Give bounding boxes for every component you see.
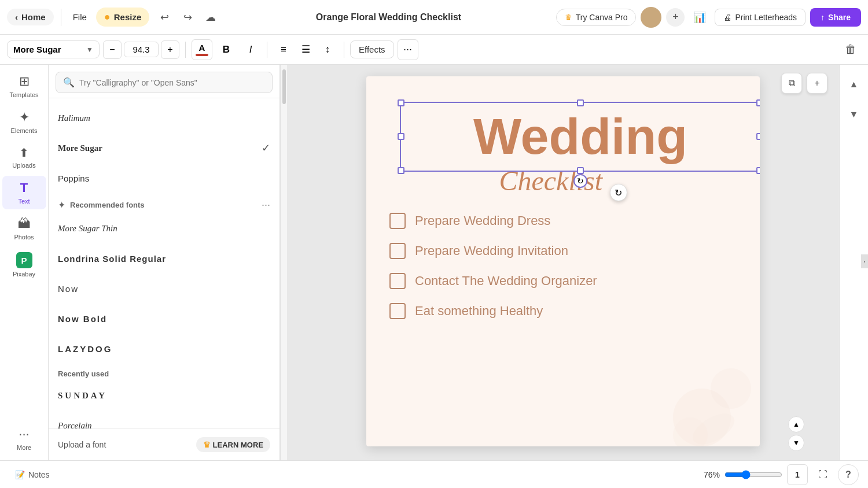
analytics-button[interactable]: 📊 [689, 7, 710, 28]
effects-button[interactable]: Effects [350, 40, 394, 58]
svg-point-0 [673, 389, 731, 446]
handle-bottom-mid[interactable] [577, 167, 584, 174]
font-name-more-sugar-thin: More Sugar Thin [58, 224, 270, 234]
scroll-up-button[interactable]: ▲ [788, 416, 804, 432]
font-item-halimum[interactable]: Halimum [49, 103, 279, 133]
sidebar-item-uploads[interactable]: ⬆ Uploads [2, 141, 46, 173]
help-button[interactable]: ? [838, 464, 859, 485]
search-icon: 🔍 [63, 77, 75, 88]
checkbox-4[interactable] [389, 303, 406, 319]
checkbox-2[interactable] [389, 243, 406, 259]
handle-mid-right[interactable] [756, 133, 760, 140]
handle-top-left[interactable] [398, 99, 404, 106]
scrollbar-thumb [282, 69, 286, 104]
handle-top-right[interactable] [756, 99, 760, 106]
handle-top-mid[interactable] [577, 99, 584, 106]
text-color-button[interactable]: A [192, 39, 212, 60]
home-button[interactable]: ‹ Home [7, 9, 54, 25]
recommended-more-button[interactable]: ··· [262, 199, 270, 211]
bold-button[interactable]: B [216, 39, 237, 60]
checklist-text-2: Prepare Wedding Invitation [415, 243, 568, 258]
copy-button[interactable]: ⧉ [781, 73, 802, 94]
font-item-lazydog[interactable]: LAZYDOG [49, 334, 279, 364]
italic-button[interactable]: I [240, 39, 261, 60]
font-name-now: Now [58, 284, 270, 294]
font-item-londrina[interactable]: Londrina Solid Regular [49, 243, 279, 273]
learn-more-button[interactable]: ♛ LEARN MORE [196, 437, 270, 452]
font-item-now-bold[interactable]: Now Bold [49, 304, 279, 334]
sidebar-item-templates[interactable]: ⊞ Templates [2, 69, 46, 103]
save-status-button[interactable]: ☁ [200, 7, 221, 28]
try-pro-button[interactable]: ♛ Try Canva Pro [556, 9, 637, 26]
undo-redo-group: ↩ ↪ ☁ [154, 7, 221, 28]
font-name-poppins: Poppins [58, 173, 270, 183]
file-menu[interactable]: File [68, 10, 91, 24]
font-name-halimum: Halimum [58, 113, 270, 123]
scroll-down-button[interactable]: ▼ [788, 435, 804, 451]
toolbar-separator-2 [267, 42, 267, 58]
nav-right-group: ♛ Try Canva Pro + 📊 🖨 Print Letterheads … [556, 7, 861, 28]
share-icon: ↑ [821, 13, 825, 22]
font-item-now[interactable]: Now [49, 273, 279, 304]
font-item-poppins[interactable]: Poppins [49, 163, 279, 193]
sidebar-item-pixabay[interactable]: P Pixabay [2, 247, 46, 282]
font-size-input[interactable] [124, 42, 159, 57]
print-button[interactable]: 🖨 Print Letterheads [715, 9, 806, 26]
handle-bottom-left[interactable] [398, 167, 404, 174]
undo-button[interactable]: ↩ [154, 7, 175, 28]
font-item-more-sugar-thin[interactable]: More Sugar Thin [49, 213, 279, 243]
sidebar-label-templates: Templates [9, 91, 38, 98]
rotate-handle[interactable]: ↻ [573, 174, 587, 188]
selected-font-name: More Sugar [13, 45, 61, 54]
upload-font-label: Upload a font [58, 440, 106, 449]
checkbox-1[interactable] [389, 213, 406, 229]
sidebar-item-elements[interactable]: ✦ Elements [2, 105, 46, 139]
more-options-button[interactable]: ··· [398, 39, 418, 60]
checkbox-3[interactable] [389, 273, 406, 289]
nav-divider [61, 9, 61, 26]
bottom-bar: 📝 Notes 76% 1 ⛶ ? [0, 460, 868, 488]
collapse-panel-button[interactable]: ‹ [861, 254, 868, 268]
sidebar-item-photos[interactable]: 🏔 Photos [2, 212, 46, 245]
font-item-more-sugar[interactable]: More Sugar ✓ [49, 133, 279, 163]
sidebar-item-text[interactable]: T Text [2, 176, 46, 209]
redo-button[interactable]: ↪ [177, 7, 198, 28]
panel-scrollbar[interactable]: ‹ [280, 65, 287, 460]
notes-button[interactable]: 📝 Notes [9, 468, 56, 482]
resize-button[interactable]: ● Resize [96, 8, 149, 27]
align-list-button[interactable]: ☰ [295, 39, 316, 60]
page-navigation: ▲ ▼ [788, 416, 804, 451]
font-search-bar: 🔍 [49, 65, 279, 98]
sidebar-item-more[interactable]: ··· More [2, 422, 46, 456]
font-selector[interactable]: More Sugar ▼ [7, 40, 100, 58]
font-item-sunday[interactable]: SUNDAY [49, 380, 279, 411]
coin-icon: ● [104, 11, 111, 23]
notes-label: Notes [28, 470, 50, 479]
expand-button[interactable]: ⛶ [812, 464, 833, 485]
chevron-left-icon: ‹ [15, 12, 18, 22]
rotate-icon-floating[interactable]: ↻ [610, 184, 627, 201]
selected-check-icon: ✓ [262, 142, 270, 154]
add-collaborator-button[interactable]: + [666, 8, 685, 27]
line-spacing-button[interactable]: ↕ [317, 39, 338, 60]
right-scroll-up[interactable]: ▲ [844, 74, 865, 95]
align-left-button[interactable]: ≡ [273, 39, 294, 60]
checklist-items: Prepare Wedding Dress Prepare Wedding In… [366, 213, 760, 319]
right-scroll-down[interactable]: ▼ [844, 104, 865, 125]
uploads-icon: ⬆ [19, 146, 29, 160]
increase-size-button[interactable]: + [161, 40, 179, 59]
wedding-title-box[interactable]: Wedding ↻ [400, 102, 760, 172]
decrease-size-button[interactable]: − [103, 40, 122, 59]
handle-bottom-right[interactable] [756, 167, 760, 174]
avatar[interactable] [641, 7, 661, 28]
learn-more-label: LEARN MORE [213, 441, 263, 449]
handle-mid-left[interactable] [398, 133, 404, 140]
delete-button[interactable]: 🗑 [840, 39, 861, 60]
zoom-slider[interactable] [724, 470, 782, 479]
page-number-button[interactable]: 1 [787, 464, 808, 485]
add-page-button[interactable]: + [807, 73, 827, 94]
font-item-porcelain[interactable]: Porcelain [49, 411, 279, 428]
top-navigation: ‹ Home File ● Resize ↩ ↪ ☁ Orange Floral… [0, 0, 868, 35]
share-button[interactable]: ↑ Share [810, 8, 861, 27]
font-search-input[interactable] [79, 78, 265, 87]
